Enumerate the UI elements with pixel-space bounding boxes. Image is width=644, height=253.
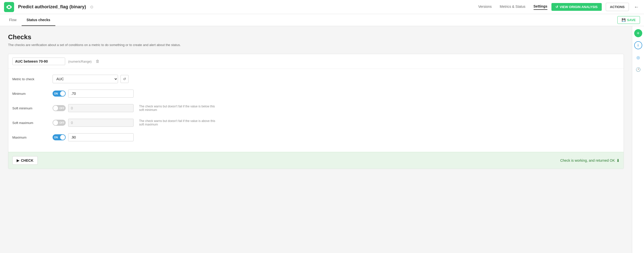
circle-sidebar-icon[interactable]: ◎ <box>634 53 642 61</box>
top-bar: Predict authorized_flag (binary) ⊙ Versi… <box>0 0 644 14</box>
tab-bar: Flow Status checks 💾 SAVE <box>0 14 644 26</box>
page-heading: Checks <box>8 33 624 41</box>
soft-minimum-toggle-label: OFF <box>59 107 64 110</box>
soft-maximum-value-input[interactable] <box>68 119 134 127</box>
check-status: Check is working, and returned OK ⬇ <box>560 158 620 163</box>
tabs: Flow Status checks <box>4 14 55 26</box>
soft-minimum-value-input[interactable] <box>68 104 134 112</box>
metric-label: Metric to check <box>12 77 53 81</box>
minimum-toggle[interactable]: ON <box>53 91 66 97</box>
page-description: The checks are verification about a set … <box>8 43 624 47</box>
check-header: (numericRange) 🗑 <box>8 54 624 69</box>
back-button[interactable]: ← <box>633 4 640 10</box>
metric-controls: AUC Accuracy F1 Precision Recall ↺ <box>53 75 620 83</box>
info-sidebar-icon[interactable]: i <box>634 41 642 49</box>
soft-maximum-controls: OFF The check warns but doesn't fail if … <box>53 119 620 127</box>
soft-maximum-toggle[interactable]: OFF <box>53 120 66 126</box>
tab-flow[interactable]: Flow <box>4 14 22 26</box>
maximum-controls: ON <box>53 133 620 141</box>
check-button[interactable]: ▶ CHECK <box>12 156 38 165</box>
check-type: (numericRange) <box>68 60 92 63</box>
minimum-value-input[interactable] <box>68 90 134 98</box>
maximum-label: Maximum <box>12 136 53 139</box>
minimum-controls: ON <box>53 90 620 98</box>
clock-sidebar-icon[interactable]: 🕐 <box>634 65 642 73</box>
maximum-value-input[interactable] <box>68 133 134 141</box>
page-title: Predict authorized_flag (binary) <box>18 4 86 10</box>
metric-select[interactable]: AUC Accuracy F1 Precision Recall <box>53 75 118 83</box>
metric-refresh-button[interactable]: ↺ <box>120 75 129 83</box>
top-nav: Versions Metrics & Status Settings <box>478 4 547 10</box>
soft-maximum-hint: The check warns but doesn't fail if the … <box>139 119 220 126</box>
refresh-icon: ↺ <box>555 5 558 9</box>
check-name-input[interactable] <box>12 58 65 65</box>
check-body: Metric to check AUC Accuracy F1 Precisio… <box>8 69 624 152</box>
info-icon[interactable]: ⊙ <box>90 5 93 9</box>
content-area: Checks The checks are verification about… <box>0 26 632 253</box>
save-icon: 💾 <box>622 18 626 22</box>
main-area: Checks The checks are verification about… <box>0 26 644 253</box>
tab-status-checks[interactable]: Status checks <box>22 14 55 26</box>
soft-minimum-hint: The check warns but doesn't fail if the … <box>139 105 220 112</box>
play-icon: ▶ <box>17 158 19 162</box>
maximum-row: Maximum ON <box>12 132 620 142</box>
minimum-label: Minimum <box>12 92 53 96</box>
add-icon[interactable]: + <box>634 29 642 37</box>
maximum-toggle-label: ON <box>54 136 58 139</box>
logo-icon <box>4 2 14 12</box>
nav-versions[interactable]: Versions <box>478 5 492 10</box>
soft-minimum-toggle[interactable]: OFF <box>53 105 66 111</box>
nav-settings[interactable]: Settings <box>534 4 547 10</box>
check-card: (numericRange) 🗑 Metric to check AUC Acc… <box>8 54 624 169</box>
soft-minimum-label: Soft minimum <box>12 106 53 110</box>
check-footer: ▶ CHECK Check is working, and returned O… <box>8 152 624 169</box>
soft-maximum-toggle-label: OFF <box>59 121 64 124</box>
minimum-row: Minimum ON <box>12 89 620 99</box>
soft-maximum-label: Soft maximum <box>12 121 53 125</box>
maximum-toggle[interactable]: ON <box>53 134 66 140</box>
actions-button[interactable]: ACTIONS <box>606 3 629 11</box>
save-button[interactable]: 💾 SAVE <box>617 16 640 24</box>
refresh-icon: ↺ <box>123 77 126 81</box>
metric-row: Metric to check AUC Accuracy F1 Precisio… <box>12 74 620 84</box>
soft-minimum-controls: OFF The check warns but doesn't fail if … <box>53 104 620 112</box>
view-origin-button[interactable]: ↺ VIEW ORIGIN ANALYSIS <box>551 3 602 11</box>
delete-icon[interactable]: 🗑 <box>96 59 100 64</box>
check-status-icon: ⬇ <box>616 158 620 163</box>
soft-maximum-row: Soft maximum OFF The check warns but doe… <box>12 118 620 128</box>
soft-minimum-row: Soft minimum OFF The check warns but doe… <box>12 103 620 113</box>
right-sidebar: + i ◎ 🕐 <box>632 26 644 253</box>
minimum-toggle-label: ON <box>54 92 58 95</box>
nav-metrics-status[interactable]: Metrics & Status <box>500 5 526 10</box>
check-status-text: Check is working, and returned OK <box>560 158 615 162</box>
